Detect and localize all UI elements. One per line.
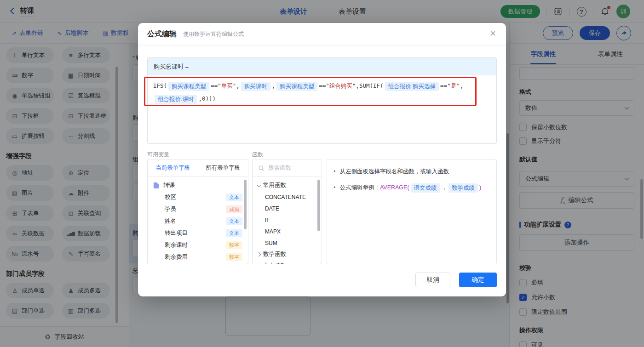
formula-token: ", (456, 82, 463, 89)
type-badge: 数字 (226, 241, 242, 249)
confirm-button[interactable]: 确定 (459, 273, 497, 287)
functions-panel: 搜索函数 常用函数CONCATENATEDATEIFMAPXSUM数学函数文本函… (252, 159, 322, 264)
variable-item[interactable]: 姓名文本 (148, 215, 248, 227)
formula-token: , (272, 82, 276, 89)
type-badge: 数字 (226, 253, 242, 261)
function-item[interactable]: SUM (253, 237, 322, 249)
field-chip[interactable]: 购买课程类型 (276, 82, 317, 91)
formula-editor[interactable]: 购买总课时 = IFS(购买课程类型=="单买",购买课时,购买课程类型=="组… (147, 57, 497, 144)
example-chip: 语文成绩 (411, 183, 440, 193)
variables-panel: 当前表单字段 所有表单字段 转课校区文本学员成员姓名文本转出项目文本剩余课时数字… (147, 159, 248, 264)
cancel-button[interactable]: 取消 (415, 273, 450, 287)
formula-token: ,0))) (198, 95, 216, 102)
formula-token: IFS( (153, 82, 167, 89)
variable-item[interactable]: 学员成员 (148, 203, 248, 215)
variables-tabs: 当前表单字段 所有表单字段 (148, 159, 248, 177)
functions-scrollbar[interactable] (317, 180, 320, 231)
variable-name: 转出项目 (153, 229, 226, 237)
type-badge: 文本 (226, 229, 242, 237)
tip-item: • 公式编辑举例：AVERAGE(语文成绩，数学成绩) (334, 183, 490, 193)
help-panel: •从左侧面板选择字段名和函数，或输入函数 • 公式编辑举例：AVERAGE(语文… (327, 159, 497, 264)
formula-token: ", (233, 82, 240, 89)
function-item[interactable]: CONCATENATE (253, 191, 322, 203)
variables-scrollbar[interactable] (244, 180, 247, 229)
form-name: 转课 (159, 182, 242, 189)
formula-expression[interactable]: IFS(购买课程类型=="单买",购买课时,购买课程类型=="组合购买",SUM… (148, 75, 496, 109)
variables-form-node[interactable]: 转课 (148, 179, 248, 191)
close-icon[interactable]: × (490, 28, 496, 39)
formula-token: 单买 (221, 82, 233, 89)
formula-token: ",SUM(IF( (352, 82, 384, 89)
variable-item[interactable]: 剩余课时数字 (148, 239, 248, 251)
field-chip[interactable]: 组合报价.课时 (155, 95, 197, 104)
type-badge: 文本 (226, 217, 242, 225)
field-chip[interactable]: 购买课程类型 (168, 82, 209, 91)
function-group[interactable]: 数学函数 (253, 249, 322, 260)
field-chip[interactable]: 组合报价.购买选择 (385, 82, 439, 91)
variable-name: 剩余课时 (153, 241, 226, 249)
search-placeholder: 搜索函数 (268, 164, 291, 172)
formula-token: ==" (440, 82, 451, 89)
tab-all-form-fields[interactable]: 所有表单字段 (198, 159, 248, 176)
formula-result-field: 购买总课时 = (148, 58, 496, 75)
function-search-input[interactable]: 搜索函数 (253, 159, 322, 177)
search-icon (258, 165, 264, 171)
formula-token: ==" (211, 82, 221, 89)
variable-name: 校区 (153, 193, 226, 201)
formula-token: 组合购买 (329, 82, 352, 89)
function-item[interactable]: IF (253, 214, 322, 226)
function-group-name: 常用函数 (263, 182, 286, 189)
formula-token: ==" (319, 82, 329, 89)
variable-item[interactable]: 剩余费用数字 (148, 251, 248, 263)
chevron-down-icon (257, 182, 261, 187)
function-item[interactable]: DATE (253, 203, 322, 214)
functions-label: 函数 (252, 151, 263, 159)
formula-editor-modal: 公式编辑 使用数学运算符编辑公式 × 购买总课时 = IFS(购买课程类型=="… (138, 23, 506, 296)
function-group[interactable]: 文本函数 (253, 260, 322, 264)
function-group[interactable]: 常用函数 (253, 180, 322, 191)
function-item[interactable]: MAPX (253, 226, 322, 237)
variables-label: 可用变量 (147, 151, 169, 159)
variable-name: 剩余费用 (153, 253, 226, 261)
modal-subtitle: 使用数学运算符编辑公式 (183, 30, 244, 38)
tab-current-form-fields[interactable]: 当前表单字段 (148, 159, 198, 176)
modal-header: 公式编辑 使用数学运算符编辑公式 × (138, 23, 506, 46)
app-window: 转课 表单设计表单设置 数据管理 ? 训 ↗表单外链∿后端脚本▥数据权 I单行文… (0, 0, 644, 347)
variable-name: 姓名 (153, 217, 226, 225)
tip-item: •从左侧面板选择字段名和函数，或输入函数 (334, 167, 490, 176)
example-chip: 数学成绩 (448, 183, 478, 193)
chevron-right-icon (257, 264, 261, 264)
type-badge: 成员 (226, 205, 242, 213)
modal-title: 公式编辑 (147, 29, 177, 39)
type-badge: 文本 (226, 193, 242, 201)
function-group-name: 数学函数 (263, 250, 286, 258)
variable-item[interactable]: 校区文本 (148, 191, 248, 203)
variable-name: 学员 (153, 205, 226, 213)
chevron-right-icon (257, 252, 261, 257)
form-doc-icon (153, 182, 159, 189)
field-chip[interactable]: 购买课时 (241, 82, 270, 91)
function-group-name: 文本函数 (263, 262, 286, 264)
variable-item[interactable]: 转出项目文本 (148, 227, 248, 239)
formula-token: 是 (451, 82, 457, 89)
